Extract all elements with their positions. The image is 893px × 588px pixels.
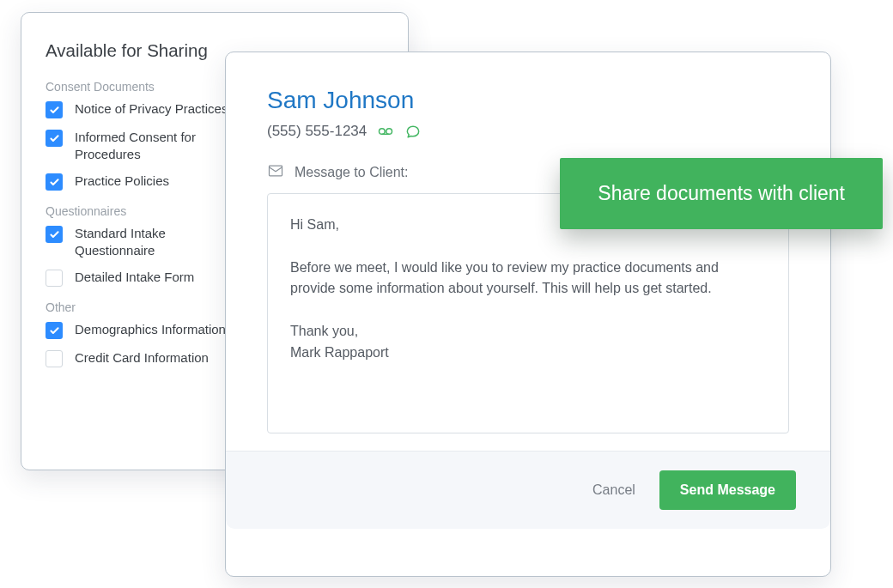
message-textarea[interactable]: Hi Sam, Before we meet, I would like you… <box>267 193 789 433</box>
message-label: Message to Client: <box>295 165 409 180</box>
message-panel: Sam Johnson (555) 555-1234 Message to Cl… <box>225 52 831 577</box>
check-icon <box>46 350 63 367</box>
chat-icon <box>404 123 422 140</box>
voicemail-icon <box>377 123 394 140</box>
checkbox-label: Informed Consent for Procedures <box>75 129 229 162</box>
svg-point-1 <box>386 129 392 135</box>
svg-point-0 <box>380 129 386 135</box>
phone-number: (555) 555-1234 <box>267 123 367 140</box>
checkbox-label: Credit Card Information <box>75 349 209 367</box>
cancel-button[interactable]: Cancel <box>592 482 635 498</box>
checkbox-label: Detailed Intake Form <box>75 269 194 286</box>
mail-icon <box>267 162 284 183</box>
checkbox-label: Notice of Privacy Practices <box>75 100 228 118</box>
check-icon <box>46 322 63 339</box>
send-message-button[interactable]: Send Message <box>659 470 796 510</box>
share-documents-banner[interactable]: Share documents with client <box>560 158 883 229</box>
check-icon <box>46 101 63 118</box>
check-icon <box>46 226 63 243</box>
check-icon <box>46 270 63 287</box>
svg-rect-3 <box>270 166 282 176</box>
checkbox-label: Practice Policies <box>75 173 169 190</box>
message-body-area: Sam Johnson (555) 555-1234 Message to Cl… <box>226 52 830 451</box>
client-name: Sam Johnson <box>267 87 789 114</box>
checkbox-label: Standard Intake Questionnaire <box>75 225 229 258</box>
check-icon <box>46 130 63 147</box>
message-footer: Cancel Send Message <box>226 451 830 529</box>
checkbox-label: Demographics Information <box>75 321 226 338</box>
phone-row: (555) 555-1234 <box>267 123 789 140</box>
check-icon <box>46 173 63 191</box>
